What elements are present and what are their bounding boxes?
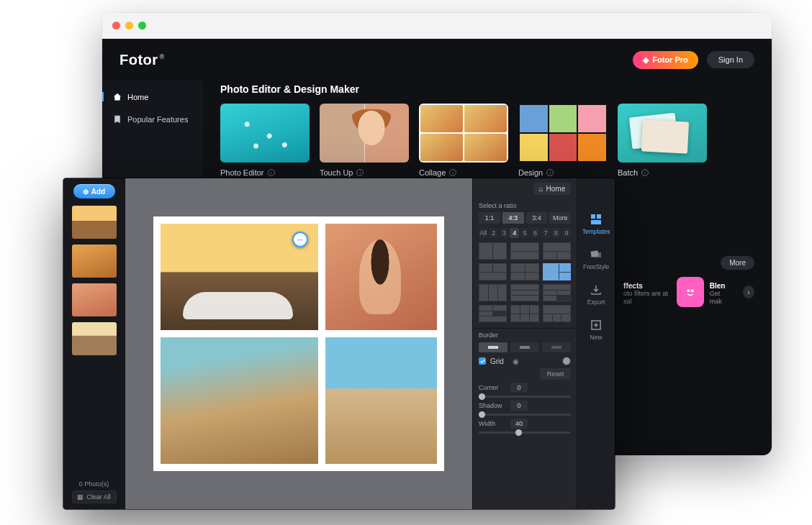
rail-templates[interactable]: Templates (582, 213, 610, 235)
layout-option[interactable] (510, 284, 538, 301)
plus-icon: ⊕ (83, 188, 89, 196)
brand-logo: Fotor® (119, 52, 165, 68)
color-swatch[interactable] (562, 357, 571, 365)
rail-export[interactable]: Export (587, 283, 605, 306)
svg-rect-6 (597, 214, 601, 219)
count-8[interactable]: 8 (551, 228, 560, 238)
ratio-options: 1:1 4:3 3:4 More (473, 211, 577, 228)
svg-point-0 (687, 290, 689, 291)
layout-option[interactable] (510, 263, 538, 280)
carousel-next-button[interactable]: › (743, 286, 754, 298)
border-style-gradient[interactable] (510, 342, 539, 352)
card-collage[interactable]: Collagei (419, 104, 508, 177)
card-thumb (220, 104, 310, 163)
collage-editor-window: ⊕ Add 0 Photo(s) ▦ Clear All ↔ ⌂ Home (63, 178, 615, 509)
ratio-1-1[interactable]: 1:1 (479, 212, 500, 224)
info-icon[interactable]: i (268, 169, 275, 176)
info-icon[interactable]: i (546, 169, 554, 176)
border-style-pattern[interactable] (542, 342, 571, 352)
sidebar-item-home[interactable]: Home (102, 86, 203, 107)
collage-canvas[interactable]: ↔ (153, 216, 444, 471)
svg-point-1 (692, 290, 693, 291)
layout-option[interactable] (479, 263, 507, 280)
count-3[interactable]: 3 (500, 228, 508, 238)
svg-rect-4 (551, 346, 561, 349)
count-5[interactable]: 5 (520, 228, 529, 238)
collage-cell[interactable] (325, 337, 437, 464)
cell-count-row: All 2 3 4 5 6 7 8 9 (473, 228, 577, 242)
sidebar-item-popular[interactable]: Popular Features (102, 109, 203, 129)
slider-track[interactable] (479, 432, 571, 434)
border-style-solid[interactable] (479, 342, 508, 352)
section-title: Photo Editor & Design Maker (220, 83, 754, 95)
source-thumbnail[interactable] (72, 322, 117, 355)
count-all[interactable]: All (479, 228, 487, 238)
home-icon (112, 92, 122, 101)
signin-button[interactable]: Sign In (707, 51, 754, 68)
ratio-more[interactable]: More (549, 212, 571, 224)
feature-blend[interactable]: Blen Get mak (677, 277, 731, 307)
right-panels: ⌂ Home Select a ratio 1:1 4:3 3:4 More A… (472, 178, 615, 509)
face-icon (677, 277, 703, 307)
sidebar-item-label: Popular Features (127, 115, 188, 124)
card-touch-up[interactable]: Touch Upi (320, 104, 409, 177)
source-thumbnail[interactable] (72, 283, 117, 316)
card-design[interactable]: Designi (518, 104, 608, 177)
slider-shadow: Shadow 0 (479, 401, 571, 411)
card-thumb (618, 104, 707, 163)
count-9[interactable]: 9 (562, 228, 571, 238)
home-button[interactable]: ⌂ Home (533, 183, 572, 195)
count-7[interactable]: 7 (541, 228, 550, 238)
eye-icon[interactable]: ◉ (513, 357, 519, 365)
layout-option[interactable] (543, 305, 571, 322)
rail-freestyle[interactable]: FreeStyle (583, 248, 609, 270)
layout-option[interactable] (510, 242, 538, 260)
info-icon[interactable]: i (356, 169, 364, 176)
pro-button[interactable]: ◆ Fotor Pro (633, 51, 698, 69)
card-thumb (518, 104, 608, 163)
export-icon (590, 283, 603, 296)
info-icon[interactable]: i (641, 169, 649, 176)
border-label: Border (479, 332, 571, 340)
ratio-4-3[interactable]: 4:3 (502, 212, 524, 224)
layout-option[interactable] (543, 242, 571, 260)
layout-option[interactable] (543, 263, 571, 280)
reset-button[interactable]: Reset (540, 368, 572, 380)
layout-picker (473, 242, 577, 328)
layout-option[interactable] (479, 305, 507, 322)
collage-cell[interactable] (161, 337, 318, 464)
count-6[interactable]: 6 (531, 228, 539, 238)
card-photo-editor[interactable]: Photo Editori (220, 104, 310, 177)
svg-rect-9 (595, 252, 601, 257)
count-2[interactable]: 2 (489, 228, 497, 238)
svg-rect-7 (591, 220, 601, 224)
rail-new[interactable]: New (590, 319, 603, 341)
more-button[interactable]: More (721, 256, 754, 270)
svg-rect-5 (591, 214, 595, 219)
layout-option[interactable] (479, 284, 507, 301)
clear-all-button[interactable]: ▦ Clear All (72, 490, 117, 503)
bookmark-icon (112, 114, 122, 124)
border-style-tabs (479, 342, 571, 352)
card-thumb (320, 104, 409, 163)
slider-track[interactable] (479, 414, 571, 416)
layout-option[interactable] (479, 242, 507, 260)
slider-track[interactable] (479, 396, 571, 398)
layout-option[interactable] (510, 305, 538, 322)
source-thumbnail[interactable] (72, 245, 117, 278)
count-4[interactable]: 4 (510, 228, 518, 238)
info-icon[interactable]: i (449, 169, 456, 176)
resize-handle-icon[interactable]: ↔ (292, 232, 308, 247)
home-icon: ⌂ (539, 185, 543, 193)
card-batch[interactable]: Batchi (618, 104, 707, 177)
layout-option[interactable] (543, 284, 571, 301)
trash-icon: ▦ (77, 493, 84, 501)
collage-cell[interactable] (325, 224, 437, 330)
ratio-3-4[interactable]: 3:4 (526, 212, 548, 224)
traffic-lights[interactable] (112, 22, 146, 29)
add-button[interactable]: ⊕ Add (73, 184, 115, 198)
svg-rect-3 (520, 346, 530, 349)
grid-checkbox[interactable] (479, 357, 486, 365)
canvas-area[interactable]: ↔ (125, 178, 472, 509)
source-thumbnail[interactable] (72, 206, 117, 239)
